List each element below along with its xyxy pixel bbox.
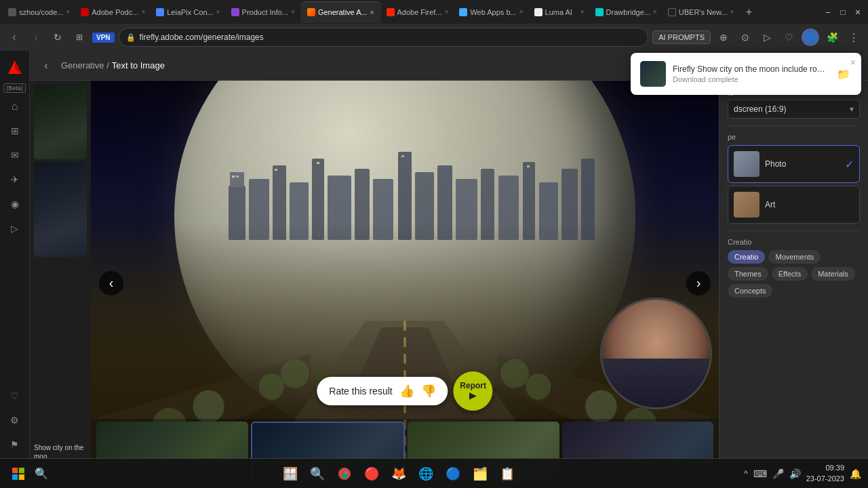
tab[interactable]: Adobe Podc... ×	[75, 1, 151, 23]
taskbar-app-2[interactable]: 🔍	[306, 462, 329, 485]
sidebar-icon-home[interactable]: ⌂	[4, 96, 26, 117]
tray-chevron[interactable]: ^	[744, 469, 748, 479]
right-panel: lo dscreen (16:9) ▾ pe Photo ✓	[719, 81, 868, 485]
chip-materials[interactable]: Materials	[811, 267, 855, 281]
sidebar-icon-warning[interactable]: ⚑	[4, 434, 26, 455]
tab-close-1[interactable]: ×	[66, 8, 70, 16]
thumbnail-2[interactable]	[34, 162, 87, 257]
minimize-button[interactable]: –	[821, 5, 835, 20]
menu-icon[interactable]: ⋮	[845, 28, 863, 46]
notification-folder-icon[interactable]: 📁	[835, 66, 852, 82]
chip-concepts[interactable]: Concepts	[728, 284, 772, 298]
tab[interactable]: UBER's New... ×	[663, 1, 740, 23]
art-style-card[interactable]: Art	[728, 186, 860, 224]
nav-action-4[interactable]: ♡	[780, 28, 797, 46]
tab[interactable]: Web Apps b... ×	[454, 1, 528, 23]
sidebar-icon-messages[interactable]: ✉	[4, 144, 26, 166]
aspect-select[interactable]: dscreen (16:9) ▾	[728, 100, 860, 119]
svg-rect-21	[232, 176, 235, 178]
app-container: (Beta) ⌂ ⊞ ✉ ✈ ◉ ▷ ♡ ⚙ ⚑ ··· ‹ Generativ…	[0, 51, 868, 485]
taskbar-app-7[interactable]: 🔵	[441, 462, 465, 485]
tab[interactable]: Luma AI ×	[529, 1, 590, 23]
new-tab-button[interactable]: +	[739, 3, 758, 22]
tab[interactable]: LeiaPix Con... ×	[151, 1, 225, 23]
taskbar-app-4[interactable]: 🔴	[360, 462, 383, 485]
grid-button[interactable]: ⊞	[71, 28, 88, 46]
art-thumb	[734, 192, 760, 218]
tab-label-1: szhou/code...	[19, 8, 63, 16]
sidebar-icon-arrow[interactable]: ▷	[4, 218, 26, 239]
sidebar-icon-settings[interactable]: ⚙	[4, 409, 26, 431]
notification-center[interactable]: 🔔	[850, 468, 861, 479]
photo-style-card[interactable]: Photo ✓	[728, 145, 860, 183]
report-arrow-icon: ▶	[469, 390, 477, 401]
tab-label-6: Adobe Firef...	[397, 8, 442, 16]
separator-2	[728, 230, 860, 231]
type-section: pe Photo ✓ Art	[728, 133, 860, 224]
tray-mic[interactable]: 🎤	[772, 468, 784, 479]
active-tab-close[interactable]: ×	[370, 9, 374, 16]
extensions-icon[interactable]: 🧩	[823, 28, 841, 46]
rate-result-button[interactable]: Rate this result 👍 👎	[317, 377, 448, 405]
active-tab[interactable]: Generative A... ×	[300, 1, 381, 23]
nav-action-3[interactable]: ▷	[758, 28, 776, 46]
tab-close-3[interactable]: ×	[216, 8, 220, 16]
tab-label-2: Adobe Podc...	[92, 8, 138, 16]
notification-thumb	[640, 61, 666, 87]
taskbar-app-1[interactable]: 🪟	[279, 462, 302, 485]
start-button[interactable]	[7, 462, 30, 485]
sidebar-icon-beta: (Beta)	[3, 83, 26, 93]
tab-close-2[interactable]: ×	[141, 8, 145, 16]
chip-creatio[interactable]: Creatio	[728, 250, 765, 264]
sidebar-icon-heart[interactable]: ♡	[4, 385, 26, 407]
back-button[interactable]: ‹	[5, 28, 23, 46]
thumbs-down-icon[interactable]: 👎	[421, 384, 436, 399]
tray-speaker[interactable]: 🔊	[789, 468, 801, 479]
thumbs-up-icon[interactable]: 👍	[399, 384, 414, 399]
maximize-button[interactable]: □	[835, 5, 850, 20]
tab[interactable]: Product Info... ×	[226, 1, 300, 23]
chip-effects[interactable]: Effects	[772, 267, 808, 281]
tab-close-7[interactable]: ×	[519, 8, 524, 16]
sidebar-icon-apps[interactable]: ⊞	[4, 120, 26, 142]
ai-prompts-button[interactable]: AI PROMPTS	[652, 30, 711, 44]
svg-rect-47	[19, 474, 24, 479]
report-button[interactable]: Report ▶	[454, 371, 493, 411]
nav-bar: ‹ › ↻ ⊞ VPN 🔒 firefly.adobe.com/generate…	[0, 24, 868, 51]
tab-close-8[interactable]: ×	[580, 8, 585, 16]
tab[interactable]: Drawbridge... ×	[590, 1, 663, 23]
taskbar-app-8[interactable]: 🗂️	[469, 462, 492, 485]
svg-point-38	[193, 390, 224, 423]
notification-close-button[interactable]: ×	[850, 57, 856, 68]
taskbar-app-6[interactable]: 🌐	[414, 462, 437, 485]
address-bar[interactable]: 🔒 firefly.adobe.com/generate/images	[119, 28, 649, 47]
tab-close-4[interactable]: ×	[291, 8, 295, 16]
tab-close-6[interactable]: ×	[445, 8, 449, 16]
taskbar-search-button[interactable]: 🔍	[30, 462, 53, 485]
next-image-button[interactable]: ›	[686, 271, 711, 296]
nav-action-2[interactable]: ⊙	[736, 28, 754, 46]
reload-button[interactable]: ↻	[49, 28, 66, 46]
chip-themes[interactable]: Themes	[728, 267, 768, 281]
tab[interactable]: Adobe Firef... ×	[381, 1, 454, 23]
prev-image-button[interactable]: ‹	[99, 271, 123, 296]
effects-section: Creatio Creatio Movements Themes Effects…	[728, 238, 860, 298]
taskbar-app-9[interactable]: 📋	[496, 462, 519, 485]
tab[interactable]: szhou/code... ×	[3, 1, 75, 23]
taskbar-app-5[interactable]: 🦊	[387, 462, 410, 485]
taskbar-app-3[interactable]	[333, 462, 356, 485]
tray-keyboard[interactable]: ⌨	[753, 468, 767, 479]
thumbnail-1[interactable]	[34, 85, 87, 159]
chip-movements[interactable]: Movements	[768, 250, 821, 264]
photo-label: Photo	[765, 159, 840, 169]
tab-close-10[interactable]: ×	[730, 8, 734, 16]
sidebar-icon-instagram[interactable]: ◉	[4, 193, 26, 215]
tab-label-8: Luma AI	[545, 8, 578, 16]
close-button[interactable]: ×	[850, 5, 865, 20]
sidebar-icon-telegram[interactable]: ✈	[4, 169, 26, 190]
nav-action-1[interactable]: ⊕	[715, 28, 732, 46]
back-nav-icon[interactable]: ‹	[38, 58, 54, 74]
profile-icon[interactable]: 👤	[802, 28, 819, 46]
forward-button[interactable]: ›	[27, 28, 45, 46]
tab-close-9[interactable]: ×	[653, 8, 657, 16]
